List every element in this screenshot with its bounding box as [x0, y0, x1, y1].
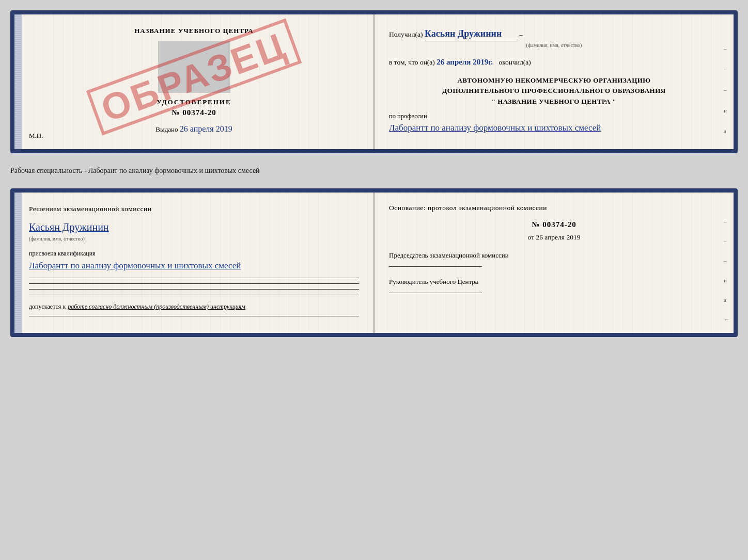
hr-line-2	[29, 283, 359, 284]
date-value: 26 апреля 2019	[536, 233, 580, 241]
dash-6: ←	[724, 149, 729, 153]
bottom-qual-label: присвоена квалификация	[29, 250, 359, 258]
in-that-label: в том, что он(а)	[389, 58, 435, 66]
completed-label: окончил(а)	[498, 58, 531, 66]
org-line2: ДОПОЛНИТЕЛЬНОГО ПРОФЕССИОНАЛЬНОГО ОБРАЗО…	[389, 86, 719, 97]
dopusk-label: допускается к	[29, 303, 66, 310]
bottom-name: Касьян Дружинин	[29, 221, 359, 233]
bottom-document-card: Решением экзаменационной комиссии Касьян…	[10, 188, 738, 337]
dash-4: и	[724, 107, 729, 114]
director-signature-line	[389, 293, 482, 293]
org-name: " НАЗВАНИЕ УЧЕБНОГО ЦЕНТРА "	[389, 97, 719, 107]
b-dash-6: ←	[724, 316, 729, 323]
bottom-name-line: Касьян Дружинин (фамилия, имя, отчество)	[29, 221, 359, 243]
b-dash-4: и	[724, 277, 729, 283]
b-dash-1: –	[724, 218, 729, 225]
dash-5: а	[724, 128, 729, 134]
dash-3: –	[724, 87, 729, 93]
received-name: Касьян Дружинин	[425, 27, 518, 41]
top-right-panel: Получил(а) Касьян Дружинин – (фамилия, и…	[375, 14, 734, 149]
profession-text: Лаборантт по анализу формовочных и шихто…	[389, 121, 719, 135]
received-label: Получил(а)	[389, 30, 423, 38]
top-left-panel: НАЗВАНИЕ УЧЕБНОГО ЦЕНТРА УДОСТОВЕРЕНИЕ №…	[14, 14, 375, 149]
in-that-line: в том, что он(а) 26 апреля 2019г. окончи…	[389, 56, 719, 68]
director-title: Руководитель учебного Центра	[389, 277, 719, 286]
dash-2: –	[724, 66, 729, 72]
chairman-block: Председатель экзаменационной комиссии	[389, 251, 719, 267]
cert-issued-date: 26 апреля 2019	[180, 124, 232, 133]
profession-label: по профессии	[389, 113, 719, 120]
org-block: АВТОНОМНУЮ НЕКОММЕРЧЕСКУЮ ОРГАНИЗАЦИЮ ДО…	[389, 75, 719, 107]
completed-date: 26 апреля 2019г.	[437, 58, 493, 66]
page-wrapper: НАЗВАНИЕ УЧЕБНОГО ЦЕНТРА УДОСТОВЕРЕНИЕ №…	[10, 10, 738, 337]
cert-issued-label: Выдано	[155, 125, 178, 133]
decision-title: Решением экзаменационной комиссии	[29, 204, 359, 214]
bottom-fio-caption: (фамилия, имя, отчество)	[29, 236, 85, 242]
hr-line-1	[29, 278, 359, 278]
b-dash-3: –	[724, 258, 729, 264]
middle-text: Рабочая специальность - Лаборант по анал…	[10, 163, 738, 179]
osnov-title: Основание: протокол экзаменационной коми…	[389, 204, 719, 212]
b-dash-7: –	[724, 336, 729, 337]
hr-line-3	[29, 289, 359, 290]
dopusk-text: работе согласно должностным (производств…	[68, 303, 245, 310]
bottom-qual-text: Лаборантт по анализу формовочных и шихто…	[29, 259, 359, 273]
dash-1: –	[724, 45, 729, 52]
cert-mp: М.П.	[29, 132, 43, 140]
hr-line-5	[29, 316, 359, 316]
cert-label: УДОСТОВЕРЕНИЕ	[29, 98, 359, 106]
hr-line-4	[29, 295, 359, 295]
cert-school-name: НАЗВАНИЕ УЧЕБНОГО ЦЕНТРА	[29, 27, 359, 35]
b-dash-2: –	[724, 238, 729, 244]
protocol-number: № 00374-20	[389, 220, 719, 229]
fio-caption: (фамилия, имя, отчество)	[389, 41, 719, 49]
org-line1: АВТОНОМНУЮ НЕКОММЕРЧЕСКУЮ ОРГАНИЗАЦИЮ	[389, 75, 719, 86]
date-prefix: от	[528, 233, 534, 241]
dash-after-name: –	[519, 30, 523, 38]
protocol-date: от 26 апреля 2019	[389, 233, 719, 242]
chairman-title: Председатель экзаменационной комиссии	[389, 251, 719, 260]
bottom-right-dashes: – – – и а ← – –	[724, 218, 729, 337]
b-dash-5: а	[724, 297, 729, 303]
dopusk-block: допускается к работе согласно должностны…	[29, 301, 359, 311]
top-document-card: НАЗВАНИЕ УЧЕБНОГО ЦЕНТРА УДОСТОВЕРЕНИЕ №…	[10, 10, 738, 153]
bottom-right-panel: Основание: протокол экзаменационной коми…	[375, 193, 734, 333]
cert-number: № 00374-20	[29, 108, 359, 117]
bottom-left-panel: Решением экзаменационной комиссии Касьян…	[14, 193, 375, 333]
right-dashes: – – – и а ← – –	[724, 45, 729, 153]
chairman-signature-line	[389, 266, 482, 267]
cert-issued: Выдано 26 апреля 2019	[29, 124, 359, 134]
received-line: Получил(а) Касьян Дружинин – (фамилия, и…	[389, 27, 719, 49]
cert-photo-placeholder	[158, 41, 230, 93]
director-block: Руководитель учебного Центра	[389, 277, 719, 293]
